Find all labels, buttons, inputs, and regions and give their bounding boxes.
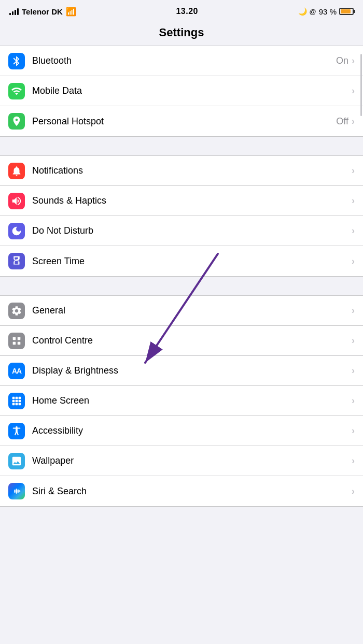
accessibility-label: Accessibility xyxy=(32,425,348,436)
home-screen-row[interactable]: Home Screen › xyxy=(0,386,363,416)
moon-svg xyxy=(11,225,22,237)
control-centre-label: Control Centre xyxy=(32,335,348,346)
general-chevron: › xyxy=(352,305,355,316)
svg-rect-8 xyxy=(16,399,18,402)
controls-svg xyxy=(11,335,22,347)
notifications-svg xyxy=(11,165,22,177)
accessibility-chevron: › xyxy=(352,425,355,436)
svg-rect-11 xyxy=(16,403,18,405)
battery-percent: 93 % xyxy=(319,7,337,16)
homescreen-svg xyxy=(11,395,22,407)
screen-time-chevron: › xyxy=(352,256,355,267)
svg-point-14 xyxy=(14,490,16,493)
mobile-data-chevron: › xyxy=(352,85,355,96)
signal-bar-4 xyxy=(17,8,19,15)
moon-icon: 🌙 xyxy=(298,7,307,16)
signal-svg xyxy=(11,85,22,97)
status-left: Telenor DK 📶 xyxy=(9,7,76,17)
control-centre-row[interactable]: Control Centre › xyxy=(0,326,363,356)
screen-time-row[interactable]: Screen Time › xyxy=(0,246,363,276)
wallpaper-icon xyxy=(8,453,25,469)
hotspot-row[interactable]: Personal Hotspot Off › xyxy=(0,106,363,136)
siri-icon xyxy=(8,483,25,499)
screen-time-label: Screen Time xyxy=(32,256,348,267)
svg-rect-0 xyxy=(13,337,16,340)
wallpaper-svg xyxy=(11,455,22,467)
svg-rect-3 xyxy=(18,341,21,345)
control-centre-icon xyxy=(8,333,25,349)
hotspot-label: Personal Hotspot xyxy=(32,116,336,127)
do-not-disturb-chevron: › xyxy=(352,225,355,236)
carrier-label: Telenor DK xyxy=(22,7,63,16)
signal-bars xyxy=(9,8,19,15)
home-screen-chevron: › xyxy=(352,395,355,406)
svg-point-15 xyxy=(16,489,17,494)
svg-rect-10 xyxy=(12,403,15,405)
notifications-icon xyxy=(8,163,25,179)
svg-rect-9 xyxy=(19,399,21,402)
status-bar: Telenor DK 📶 13.20 🌙 @ 93 % xyxy=(0,0,363,23)
do-not-disturb-label: Do Not Disturb xyxy=(32,225,348,236)
svg-rect-7 xyxy=(12,399,15,402)
spacer-1 xyxy=(0,137,363,155)
signal-bar-3 xyxy=(15,10,16,15)
svg-point-16 xyxy=(17,489,19,493)
hotspot-value: Off xyxy=(336,116,348,127)
general-icon xyxy=(8,303,25,319)
display-icon: AA xyxy=(8,363,25,379)
display-row[interactable]: AA Display & Brightness › xyxy=(0,356,363,386)
notifications-label: Notifications xyxy=(32,165,348,176)
svg-rect-4 xyxy=(12,396,15,399)
notifications-row[interactable]: Notifications › xyxy=(0,156,363,186)
page-title: Settings xyxy=(0,23,363,46)
display-label: Display & Brightness xyxy=(32,365,348,376)
do-not-disturb-icon xyxy=(8,223,25,239)
sounds-row[interactable]: Sounds & Haptics › xyxy=(0,186,363,216)
location-icon: @ xyxy=(310,8,316,16)
connectivity-group: Bluetooth On › Mobile Data › Personal Ho… xyxy=(0,46,363,137)
gear-svg xyxy=(11,305,22,317)
wallpaper-row[interactable]: Wallpaper › xyxy=(0,446,363,476)
mobile-data-row[interactable]: Mobile Data › xyxy=(0,76,363,106)
time-display: 13.20 xyxy=(176,7,198,16)
siri-row[interactable]: Siri & Search › xyxy=(0,476,363,506)
bluetooth-row[interactable]: Bluetooth On › xyxy=(0,46,363,76)
signal-bar-2 xyxy=(12,11,13,15)
bluetooth-svg xyxy=(11,55,22,67)
svg-rect-2 xyxy=(13,341,16,345)
control-centre-chevron: › xyxy=(352,335,355,346)
sounds-icon xyxy=(8,193,25,209)
accessibility-row[interactable]: Accessibility › xyxy=(0,416,363,446)
notifications-chevron: › xyxy=(352,165,355,176)
alerts-group: Notifications › Sounds & Haptics › Do No… xyxy=(0,155,363,277)
do-not-disturb-row[interactable]: Do Not Disturb › xyxy=(0,216,363,246)
home-screen-icon xyxy=(8,393,25,409)
system-group: General › Control Centre › AA Display & … xyxy=(0,295,363,507)
battery-icon xyxy=(339,8,354,15)
wifi-icon: 📶 xyxy=(66,7,76,17)
svg-point-17 xyxy=(19,490,21,493)
signal-bar-1 xyxy=(9,13,11,15)
bluetooth-chevron: › xyxy=(352,55,355,66)
wallpaper-chevron: › xyxy=(352,455,355,466)
hotspot-icon xyxy=(8,113,25,130)
hourglass-svg xyxy=(11,255,22,267)
sounds-svg xyxy=(11,195,22,207)
bluetooth-label: Bluetooth xyxy=(32,55,336,66)
mobile-data-icon xyxy=(8,83,25,99)
bluetooth-icon xyxy=(8,53,25,69)
hotspot-svg xyxy=(11,116,22,127)
scrollbar[interactable] xyxy=(360,23,362,644)
svg-rect-1 xyxy=(18,337,21,340)
svg-rect-5 xyxy=(16,396,18,399)
general-label: General xyxy=(32,305,348,316)
screen-time-icon xyxy=(8,253,25,269)
aa-text: AA xyxy=(12,367,21,375)
general-row[interactable]: General › xyxy=(0,296,363,326)
siri-chevron: › xyxy=(352,486,355,497)
hotspot-chevron: › xyxy=(352,116,355,127)
spacer-2 xyxy=(0,277,363,295)
wallpaper-label: Wallpaper xyxy=(32,455,348,466)
display-chevron: › xyxy=(352,365,355,376)
svg-rect-6 xyxy=(19,396,21,399)
